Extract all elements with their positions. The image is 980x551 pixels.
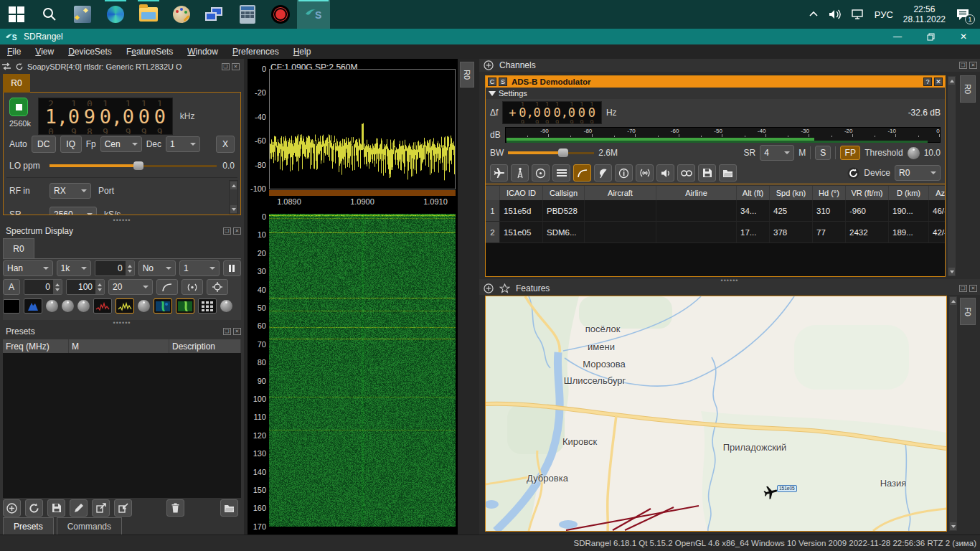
dial-digit[interactable]: 109 xyxy=(567,102,577,124)
adsb-cell[interactable]: 310 xyxy=(813,200,846,222)
adsb-titlebar[interactable]: C S ADS-B Demodulator ? ✕ xyxy=(486,76,945,88)
notification-button[interactable]: 1 xyxy=(956,9,970,21)
tab-commands[interactable]: Commands xyxy=(57,517,122,534)
current-trace-button[interactable] xyxy=(116,298,134,314)
ref-level-spinner[interactable]: 0 xyxy=(24,279,62,295)
adsb-cell[interactable]: 425 xyxy=(770,200,813,222)
adsb-cell[interactable]: 190... xyxy=(889,200,929,222)
autoscale-button[interactable]: A xyxy=(3,279,20,295)
map-canvas[interactable] xyxy=(486,296,946,531)
grid-intensity-knob[interactable] xyxy=(220,300,232,312)
preset-save-button[interactable] xyxy=(47,499,65,517)
taskbar-app-photo-tool[interactable] xyxy=(66,0,99,29)
adsb-column-header[interactable]: Az/El (°) xyxy=(929,186,945,200)
reload-device-icon[interactable] xyxy=(15,62,24,71)
device-select-dropdown[interactable]: R0 xyxy=(895,165,941,181)
dial-digit[interactable]: , xyxy=(59,99,66,134)
adsb-cell[interactable] xyxy=(656,222,737,243)
dial-digit[interactable]: + xyxy=(507,102,517,124)
dial-digit[interactable]: 109 xyxy=(136,99,152,134)
adsb-cell[interactable]: 42/-8 xyxy=(929,222,945,243)
frequency-dial[interactable]: 210,109098109,109109109 xyxy=(38,98,173,135)
adsb-column-header[interactable]: Hd (°) xyxy=(813,186,846,200)
channels-close-icon[interactable]: ✕ xyxy=(969,62,977,69)
adsb-feed-button[interactable] xyxy=(511,164,529,182)
device-tab-r0[interactable]: R0 xyxy=(3,74,30,93)
features-tab-f0[interactable]: F0 xyxy=(960,298,976,325)
row-number[interactable]: 2 xyxy=(486,222,500,243)
preset-edit-button[interactable] xyxy=(70,499,88,517)
dial-digit[interactable]: 109 xyxy=(587,102,597,124)
map-feature-window[interactable]: посёлокимениМорозоваШлиссельбургКировскП… xyxy=(485,296,947,532)
row-number[interactable]: 1 xyxy=(486,200,500,222)
menu-item-file[interactable]: File xyxy=(0,47,28,57)
close-button[interactable]: ✕ xyxy=(947,29,980,44)
adsb-beastfeed-button[interactable] xyxy=(636,164,654,182)
adsb-close-button[interactable]: ✕ xyxy=(934,77,943,86)
adsb-cell[interactable] xyxy=(656,200,737,222)
range-spinner[interactable]: 100 xyxy=(66,279,105,295)
adsb-photos-button[interactable] xyxy=(677,164,695,182)
device-close-icon[interactable]: ✕ xyxy=(232,63,240,70)
search-button[interactable] xyxy=(33,0,66,29)
adsb-column-header[interactable]: D (km) xyxy=(889,186,929,200)
decay-divisor-knob[interactable] xyxy=(62,300,74,312)
spectrum-display-tab-r0[interactable]: R0 xyxy=(3,238,34,258)
device-reload-icon[interactable] xyxy=(847,167,859,179)
averaging-count-dropdown[interactable]: 1 xyxy=(179,260,220,276)
max-hold-button[interactable] xyxy=(93,298,112,314)
spectrum-trace-canvas[interactable] xyxy=(270,70,455,189)
add-channel-icon[interactable] xyxy=(484,60,494,70)
threshold-knob[interactable] xyxy=(908,147,920,159)
adsb-filter-button[interactable] xyxy=(573,164,591,182)
adsb-cell[interactable]: SDM6... xyxy=(543,222,585,243)
channel-frequency-dial[interactable]: +109,109109109,109109109 xyxy=(502,101,602,124)
features-float-icon[interactable]: ❏ xyxy=(959,285,967,292)
adsb-audio-button[interactable] xyxy=(656,164,674,182)
adsb-cell[interactable]: 17... xyxy=(737,222,770,243)
adsb-cell[interactable]: 77 xyxy=(813,222,846,243)
splitter-handle[interactable]: •••••• xyxy=(0,218,244,222)
adsb-cell[interactable]: 378 xyxy=(770,222,813,243)
adsb-interpolator-button[interactable] xyxy=(532,164,550,182)
fft-window-dropdown[interactable]: Han xyxy=(3,260,53,276)
presets-column-header[interactable]: Freq (MHz) xyxy=(3,339,69,353)
adsb-column-header[interactable]: VR (ft/m) xyxy=(846,186,889,200)
freeze-button[interactable] xyxy=(223,260,241,276)
fft-size-dropdown[interactable]: 1k xyxy=(57,260,91,276)
device-scrollbar[interactable] xyxy=(229,180,238,215)
minimize-button[interactable]: — xyxy=(881,29,914,44)
preset-import-button[interactable] xyxy=(114,499,132,517)
preset-new-button[interactable] xyxy=(3,499,21,517)
adsb-open-log-button[interactable] xyxy=(719,164,737,182)
presets-column-header[interactable]: M xyxy=(69,339,169,353)
adsb-info-button[interactable] xyxy=(615,164,633,182)
dial-digit[interactable]: 109 xyxy=(152,99,168,134)
fcpos-dropdown[interactable]: Cen xyxy=(100,136,142,152)
spectrum-workspace-tab-r0[interactable]: R0 xyxy=(460,62,474,88)
waterfall-canvas[interactable] xyxy=(269,214,456,527)
features-close-icon[interactable]: ✕ xyxy=(969,285,977,292)
calibration-button[interactable] xyxy=(207,279,228,295)
adsb-sr-dropdown[interactable]: 4 xyxy=(760,145,794,161)
background-color-swatch[interactable] xyxy=(3,299,20,314)
adsb-help-button[interactable]: ? xyxy=(923,77,932,86)
maximize-button[interactable] xyxy=(914,29,947,44)
trace-intensity-knob[interactable] xyxy=(138,300,150,312)
presets-close-icon[interactable]: ✕ xyxy=(233,328,241,335)
adsb-settings-section[interactable]: Settings xyxy=(486,88,945,99)
swap-device-icon[interactable] xyxy=(1,62,11,70)
taskbar-app-remote-desktop[interactable] xyxy=(198,0,231,29)
tray-clock[interactable]: 22:56 28.11.2022 xyxy=(903,4,946,24)
markers-button[interactable] xyxy=(182,279,203,295)
menu-item-featuresets[interactable]: FeatureSets xyxy=(119,47,180,57)
adsb-cell[interactable]: 151e5d xyxy=(500,200,543,222)
antenna-dropdown[interactable]: RX xyxy=(50,183,91,199)
adsb-channel-c-button[interactable]: C xyxy=(488,77,496,86)
taskbar-app-sdrangel[interactable]: S xyxy=(297,0,330,29)
fft-overlap-spinner[interactable]: 0 xyxy=(95,260,135,276)
dial-digit[interactable]: 109 xyxy=(532,102,542,124)
adsb-cell[interactable] xyxy=(585,222,656,243)
start-button[interactable] xyxy=(0,0,33,29)
menu-item-window[interactable]: Window xyxy=(180,47,225,57)
